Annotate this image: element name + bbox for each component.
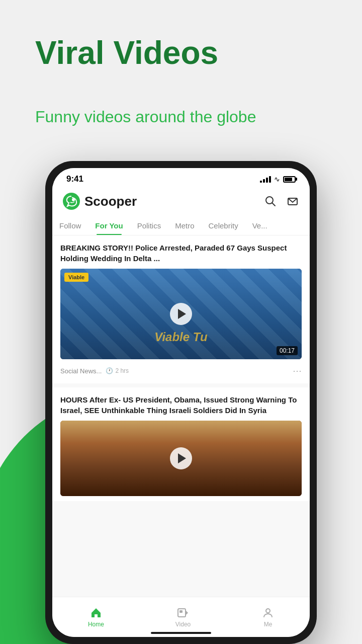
source-name-1: Social News... bbox=[60, 367, 102, 375]
svg-line-3 bbox=[272, 203, 275, 206]
svg-point-8 bbox=[266, 609, 270, 613]
article-1-title: BREAKING STORY!! Police Arrested, Parade… bbox=[60, 243, 302, 264]
svg-point-0 bbox=[63, 193, 80, 210]
tab-for-you[interactable]: For You bbox=[88, 216, 130, 235]
app-header: Scooper bbox=[52, 188, 310, 216]
play-triangle-icon-2 bbox=[178, 453, 186, 463]
bottom-navigation: Home Video Me bbox=[52, 597, 310, 637]
phone-screen: 9:41 ∿ Scooper bbox=[52, 168, 310, 637]
article-card-2: HOURS After Ex- US President, Obama, Iss… bbox=[52, 387, 310, 501]
tab-politics[interactable]: Politics bbox=[130, 216, 168, 235]
svg-point-1 bbox=[72, 198, 75, 201]
scooper-logo-icon bbox=[62, 192, 80, 210]
bottom-nav-video[interactable]: Video bbox=[165, 603, 201, 632]
article-2-title: HOURS After Ex- US President, Obama, Iss… bbox=[60, 394, 302, 416]
tab-more[interactable]: Ve... bbox=[245, 216, 275, 235]
bottom-nav-me-label: Me bbox=[264, 621, 273, 628]
mail-icon[interactable] bbox=[286, 194, 300, 208]
phone-frame: 9:41 ∿ Scooper bbox=[45, 161, 317, 644]
bottom-nav-home-label: Home bbox=[88, 621, 104, 628]
article-meta-left: Social News... 🕐 2 hrs bbox=[60, 367, 129, 375]
article-1-meta: Social News... 🕐 2 hrs ⋯ bbox=[60, 363, 302, 378]
play-triangle-icon bbox=[178, 309, 186, 319]
home-icon bbox=[90, 607, 102, 619]
nav-tabs: Follow For You Politics Metro Celebrity … bbox=[52, 216, 310, 235]
content-area: BREAKING STORY!! Police Arrested, Parade… bbox=[52, 235, 310, 604]
video-thumbnail-2[interactable] bbox=[60, 421, 302, 496]
video-watermark: Viable Tu bbox=[154, 330, 207, 344]
bottom-nav-me[interactable]: Me bbox=[252, 603, 284, 632]
article-card-1: BREAKING STORY!! Police Arrested, Parade… bbox=[52, 235, 310, 383]
status-bar: 9:41 ∿ bbox=[52, 168, 310, 188]
svg-marker-6 bbox=[186, 610, 188, 615]
time-ago-1: 🕐 2 hrs bbox=[106, 367, 129, 374]
app-logo-text: Scooper bbox=[84, 194, 137, 209]
more-options-icon-1[interactable]: ⋯ bbox=[293, 365, 302, 376]
page-subtitle: Funny videos around the globe bbox=[35, 106, 297, 128]
bottom-nav-video-label: Video bbox=[175, 621, 191, 628]
viable-badge: Viable bbox=[64, 273, 88, 282]
svg-rect-7 bbox=[179, 610, 183, 613]
battery-icon bbox=[283, 176, 296, 183]
tab-celebrity[interactable]: Celebrity bbox=[202, 216, 245, 235]
tab-follow[interactable]: Follow bbox=[52, 216, 88, 235]
play-button-2[interactable] bbox=[170, 447, 192, 469]
status-time: 9:41 bbox=[66, 174, 83, 184]
header-actions bbox=[263, 194, 300, 208]
search-icon[interactable] bbox=[263, 194, 278, 208]
video-duration-1: 00:17 bbox=[277, 346, 298, 355]
status-icons: ∿ bbox=[260, 175, 296, 183]
clock-icon: 🕐 bbox=[106, 367, 113, 374]
page-title: Viral Videos bbox=[35, 35, 218, 70]
wifi-icon: ∿ bbox=[274, 175, 280, 183]
play-button-1[interactable] bbox=[170, 303, 192, 325]
video-thumbnail-1[interactable]: Viable Viable Tu 00:17 bbox=[60, 269, 302, 359]
signal-icon bbox=[260, 176, 271, 183]
person-icon bbox=[262, 607, 274, 619]
time-text-1: 2 hrs bbox=[115, 367, 129, 374]
home-indicator bbox=[151, 632, 211, 634]
video-icon bbox=[177, 607, 189, 619]
logo-area: Scooper bbox=[62, 192, 137, 210]
tab-metro[interactable]: Metro bbox=[168, 216, 201, 235]
bottom-nav-home[interactable]: Home bbox=[78, 603, 114, 632]
